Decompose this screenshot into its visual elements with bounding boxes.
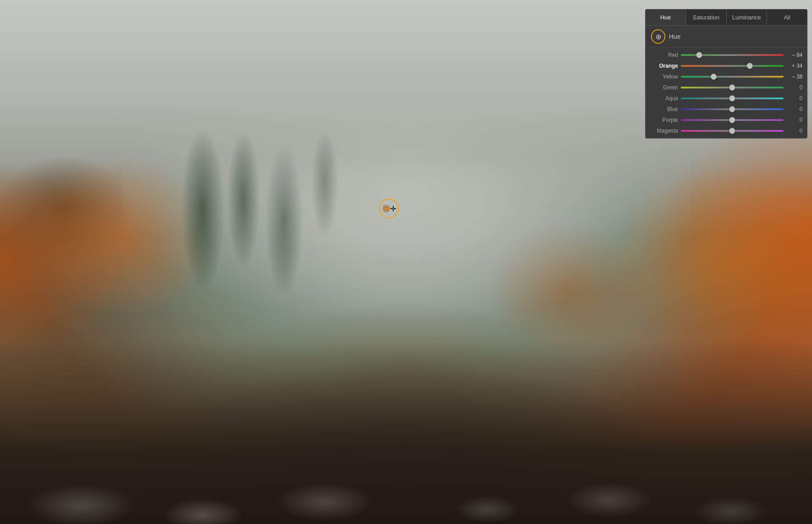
slider-row-orange: Orange + 34 [646,60,807,71]
slider-track-magenta[interactable] [681,128,784,134]
slider-track-red[interactable] [681,52,784,58]
slider-thumb-blue[interactable] [729,106,735,112]
slider-track-orange[interactable] [681,63,784,69]
slider-thumb-red[interactable] [696,52,702,58]
slider-value-yellow: – 38 [786,74,803,80]
slider-track-bg-green [681,87,784,88]
slider-track-blue[interactable] [681,106,784,112]
slider-value-purple: 0 [786,117,803,123]
slider-track-bg-purple [681,119,784,121]
slider-label-magenta: Magenta [650,128,678,134]
tab-saturation[interactable]: Saturation [686,9,727,25]
slider-row-green: Green 0 [646,82,807,93]
slider-value-aqua: 0 [786,95,803,102]
photo-target-inner: ✛ [383,203,394,214]
panel-tabs: Hue Saturation Luminance All [646,9,807,26]
slider-track-yellow[interactable] [681,74,784,80]
slider-label-blue: Blue [650,106,678,112]
slider-thumb-magenta[interactable] [729,128,735,134]
photo-target[interactable]: ✛ [379,199,399,218]
slider-value-blue: 0 [786,106,803,112]
slider-thumb-green[interactable] [729,84,735,91]
slider-row-yellow: Yellow – 38 [646,71,807,82]
slider-track-purple[interactable] [681,117,784,123]
slider-value-orange: + 34 [786,63,803,69]
tab-all[interactable]: All [767,9,807,25]
slider-row-purple: Purple 0 [646,115,807,125]
slider-thumb-aqua[interactable] [729,95,735,102]
slider-thumb-orange[interactable] [747,63,753,69]
slider-track-bg-red [681,54,784,56]
sliders-container: Red – 84 Orange + 34 Yellow [646,48,807,138]
target-picker-icon[interactable]: ⊕ [651,29,665,44]
slider-thumb-purple[interactable] [729,117,735,123]
slider-value-magenta: 0 [786,128,803,134]
slider-row-magenta: Magenta 0 [646,125,807,136]
hsl-panel: Hue Saturation Luminance All ⊕ Hue Red –… [645,9,807,139]
slider-thumb-yellow[interactable] [710,74,717,80]
slider-value-red: – 84 [786,52,803,58]
slider-label-yellow: Yellow [650,74,678,80]
slider-track-bg-yellow [681,76,784,78]
slider-row-red: Red – 84 [646,50,807,60]
slider-label-purple: Purple [650,117,678,123]
crosshair-icon: ✛ [390,204,396,213]
target-picker-symbol: ⊕ [655,32,661,41]
slider-row-aqua: Aqua 0 [646,93,807,104]
slider-row-blue: Blue 0 [646,104,807,115]
slider-track-aqua[interactable] [681,95,784,102]
fog-overlay [122,105,690,314]
tab-luminance[interactable]: Luminance [727,9,767,25]
slider-label-aqua: Aqua [650,95,678,102]
slider-track-bg-blue [681,108,784,110]
slider-track-bg-aqua [681,97,784,99]
slider-track-bg-orange [681,65,784,67]
rocks-overlay [0,341,812,524]
slider-track-green[interactable] [681,84,784,91]
panel-title: Hue [669,33,681,40]
slider-track-bg-magenta [681,130,784,132]
slider-label-orange: Orange [650,63,678,69]
slider-label-red: Red [650,52,678,58]
slider-label-green: Green [650,84,678,91]
slider-value-green: 0 [786,84,803,91]
tab-hue[interactable]: Hue [646,9,686,25]
panel-header: ⊕ Hue [646,26,807,48]
